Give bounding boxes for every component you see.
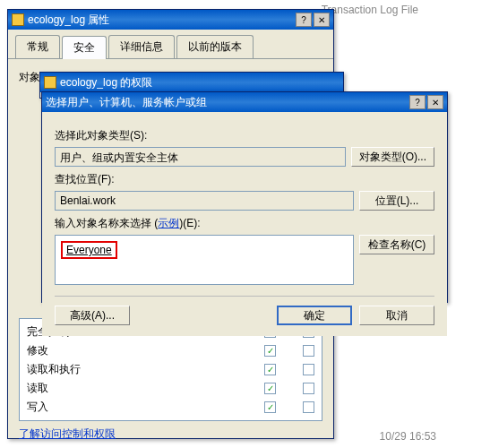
permissions-title: ecology_log 的权限 xyxy=(60,75,340,90)
bg-date: 10/29 16:53 xyxy=(380,430,436,443)
allow-checkbox[interactable] xyxy=(264,383,276,394)
folder-icon xyxy=(44,76,56,89)
permissions-titlebar[interactable]: ecology_log 的权限 xyxy=(40,73,343,92)
perm-row: 修改 xyxy=(27,341,314,360)
select-title: 选择用户、计算机、服务帐户或组 xyxy=(46,95,409,110)
ok-button[interactable]: 确定 xyxy=(277,306,352,325)
highlight-box: Everyone xyxy=(61,241,117,259)
tab-security[interactable]: 安全 xyxy=(62,36,107,59)
advanced-button[interactable]: 高级(A)... xyxy=(55,306,130,325)
allow-checkbox[interactable] xyxy=(264,345,276,357)
object-type-field: 用户、组或内置安全主体 xyxy=(55,147,346,167)
allow-checkbox[interactable] xyxy=(264,364,276,375)
help-button[interactable]: ? xyxy=(409,95,426,109)
select-titlebar[interactable]: 选择用户、计算机、服务帐户或组 ? ✕ xyxy=(42,92,447,112)
entered-name: Everyone xyxy=(66,244,112,256)
deny-checkbox[interactable] xyxy=(303,345,314,357)
select-body: 选择此对象类型(S): 用户、组或内置安全主体 对象类型(O)... 查找位置(… xyxy=(42,112,447,336)
object-type-label: 选择此对象类型(S): xyxy=(55,128,434,143)
deny-checkbox[interactable] xyxy=(303,364,314,375)
location-field: Benlai.work xyxy=(55,191,354,211)
tab-bar: 常规 安全 详细信息 以前的版本 xyxy=(8,30,333,59)
help-button[interactable]: ? xyxy=(296,13,312,27)
properties-title: ecology_log 属性 xyxy=(28,13,296,28)
names-label: 输入对象名称来选择 (示例)(E): xyxy=(55,216,434,231)
close-button[interactable]: ✕ xyxy=(314,13,330,27)
tab-details[interactable]: 详细信息 xyxy=(108,35,175,58)
bg-text: Transaction Log File xyxy=(322,4,418,16)
close-button[interactable]: ✕ xyxy=(427,95,443,109)
perm-row: 读取 xyxy=(27,379,314,398)
object-types-button[interactable]: 对象类型(O)... xyxy=(351,147,434,167)
tab-general[interactable]: 常规 xyxy=(15,35,60,58)
example-link[interactable]: 示例 xyxy=(158,217,179,229)
select-users-dialog: 选择用户、计算机、服务帐户或组 ? ✕ 选择此对象类型(S): 用户、组或内置安… xyxy=(41,91,448,303)
learn-link[interactable]: 了解访问控制和权限 xyxy=(19,427,116,440)
tab-previous[interactable]: 以前的版本 xyxy=(176,35,254,58)
deny-checkbox[interactable] xyxy=(303,401,314,413)
location-label: 查找位置(F): xyxy=(55,172,434,187)
cancel-button[interactable]: 取消 xyxy=(359,306,434,325)
properties-titlebar[interactable]: ecology_log 属性 ? ✕ xyxy=(8,10,333,30)
locations-button[interactable]: 位置(L)... xyxy=(359,191,434,211)
deny-checkbox[interactable] xyxy=(303,383,314,394)
object-names-input[interactable]: Everyone xyxy=(55,235,354,285)
perm-row: 读取和执行 xyxy=(27,360,314,379)
folder-icon xyxy=(12,13,24,26)
allow-checkbox[interactable] xyxy=(264,401,276,413)
perm-row: 写入 xyxy=(27,398,314,417)
check-names-button[interactable]: 检查名称(C) xyxy=(359,235,434,254)
